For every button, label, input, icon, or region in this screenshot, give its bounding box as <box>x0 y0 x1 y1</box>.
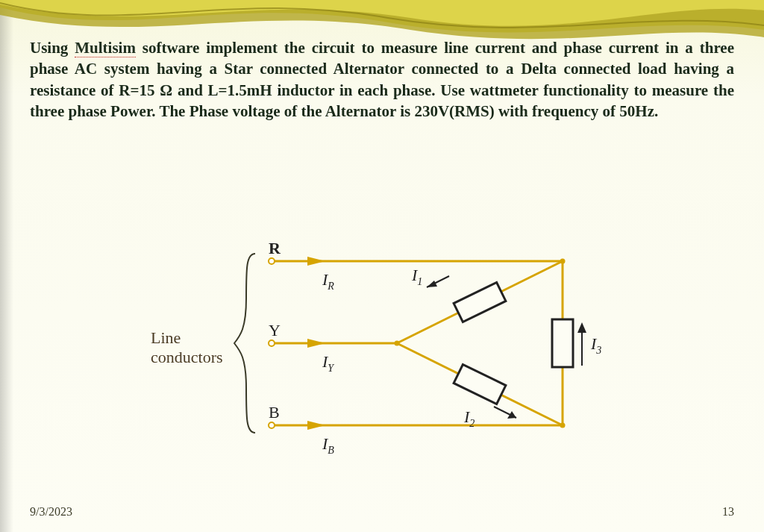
svg-rect-19 <box>552 319 573 367</box>
svg-point-14 <box>560 259 566 264</box>
prompt-multisim: Multisim <box>75 39 136 57</box>
current-IR-label: IR <box>322 270 334 292</box>
current-IB-label: IB <box>322 434 334 456</box>
circuit-diagram: Line conductors <box>30 239 734 500</box>
svg-point-16 <box>395 341 400 346</box>
svg-marker-2 <box>307 257 325 266</box>
svg-point-4 <box>269 340 275 346</box>
line-label-1: Line <box>151 328 181 347</box>
current-I3-label: I3 <box>590 334 601 356</box>
current-I1-label: I1 <box>411 266 422 287</box>
question-text: Using Multisim software implement the ci… <box>30 37 734 122</box>
svg-marker-21 <box>427 281 437 287</box>
footer-page-number: 13 <box>722 505 734 519</box>
terminal-B-label: B <box>269 403 280 422</box>
prompt-part-2: software implement the circuit to measur… <box>30 39 734 120</box>
svg-rect-18 <box>454 364 506 404</box>
svg-marker-9 <box>307 421 325 430</box>
svg-marker-25 <box>577 322 586 333</box>
terminal-Y-label: Y <box>269 321 281 339</box>
svg-marker-6 <box>307 339 325 348</box>
page-edge-shadow <box>0 0 13 532</box>
terminal-R-label: R <box>269 239 281 257</box>
svg-rect-17 <box>454 282 506 322</box>
current-IY-label: IY <box>322 352 335 374</box>
svg-point-7 <box>269 422 275 428</box>
svg-point-0 <box>269 258 275 264</box>
prompt-part-1: Using <box>30 39 75 57</box>
line-conductors-label: Line conductors <box>151 328 223 368</box>
line-label-2: conductors <box>151 348 223 366</box>
footer-date: 9/3/2023 <box>30 505 72 519</box>
svg-point-15 <box>560 423 566 428</box>
current-I2-label: I2 <box>463 407 475 429</box>
